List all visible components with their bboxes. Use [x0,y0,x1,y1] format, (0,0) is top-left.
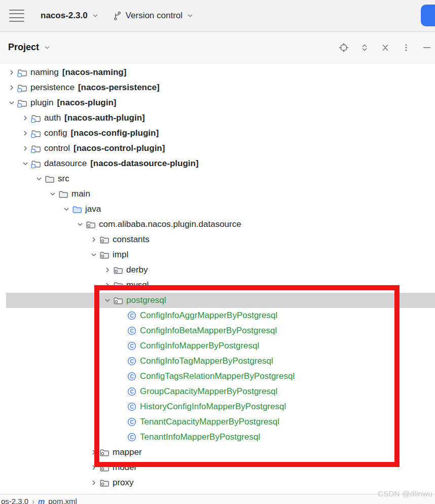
tree-item-label: GroupCapacityMapperByPostgresql [140,386,277,397]
module-folder-icon [17,67,30,77]
chevron-right-icon[interactable] [102,266,113,274]
chevron-right-icon[interactable] [88,449,99,456]
tree-indent [6,179,33,179]
svg-text:C: C [130,373,134,379]
breadcrumb-separator: › [32,497,34,504]
tree-item-module-suffix: [nacos-plugin] [57,98,116,108]
tree-row[interactable]: mapper [6,445,435,460]
tree-item-label: ConfigInfoTagMapperByPostgresql [140,356,273,366]
toolbar-blue-button[interactable] [421,5,435,26]
tree-indent [6,316,116,316]
tree-row[interactable]: naming[nacos-naming] [6,65,435,80]
chevron-down-icon[interactable] [75,221,86,228]
chevron-right-icon[interactable] [88,479,99,486]
chevron-down-icon[interactable] [6,99,17,106]
tree-row[interactable]: java [6,202,435,217]
project-widget[interactable]: nacos-2.3.0 [41,11,99,21]
chevron-down-icon[interactable] [61,206,72,213]
chevron-down-icon[interactable] [33,175,45,182]
project-tree: naming[nacos-naming]persistence[nacos-pe… [0,64,435,504]
tree-item-label: naming [30,67,59,77]
chevron-right-icon[interactable] [88,464,99,471]
vcs-widget[interactable]: Version control [113,11,194,21]
more-options-icon[interactable] [401,43,411,53]
tree-item-label: derby [126,265,148,275]
tree-indent [6,452,88,453]
tree-row[interactable]: proxy [6,475,435,490]
chevron-down-icon[interactable] [43,44,51,52]
panel-title: Project [8,42,39,53]
chevron-right-icon[interactable] [20,145,31,152]
package-icon [113,265,126,275]
tree-item-label: postgresql [126,295,166,305]
tree-row[interactable]: CConfigInfoTagMapperByPostgresql [6,354,435,369]
tree-item-module-suffix: [nacos-config-plugin] [70,128,159,138]
panel-toolbar [339,43,432,53]
main-menu-icon[interactable] [9,10,24,22]
tree-row[interactable]: com.alibaba.nacos.plugin.datasource [6,217,435,232]
tree-indent [6,422,116,422]
chevron-down-icon[interactable] [102,297,113,304]
git-branch-icon [113,11,122,21]
tree-indent [6,468,88,468]
package-icon [86,219,99,229]
tree-row[interactable]: model [6,460,435,475]
tree-row[interactable]: datasource[nacos-datasource-plugin] [6,156,435,171]
tree-row[interactable]: CConfigInfoMapperByPostgresql [6,338,435,354]
tree-row[interactable]: config[nacos-config-plugin] [6,126,435,141]
collapse-all-icon[interactable] [380,43,390,53]
chevron-right-icon[interactable] [6,84,17,91]
tree-row[interactable]: impl [6,247,435,262]
tree-item-module-suffix: [nacos-datasource-plugin] [90,159,198,169]
class-icon: C [127,432,140,442]
svg-text:C: C [130,358,134,364]
tree-indent [6,224,75,225]
tree-row[interactable]: postgresql [6,293,435,308]
expand-collapse-icon[interactable] [359,43,370,53]
tree-row[interactable]: CTenantInfoMapperByPostgresql [6,430,435,445]
chevron-right-icon[interactable] [102,282,113,289]
tree-item-module-suffix: [nacos-control-plugin] [74,143,165,153]
module-folder-icon [17,98,30,108]
tree-row[interactable]: src [6,171,435,186]
tree-row[interactable]: CHistoryConfigInfoMapperByPostgresql [6,399,435,414]
tree-indent [6,392,116,392]
tree-row[interactable]: CConfigTagsRelationMapperByPostgresql [6,369,435,384]
tree-row[interactable]: persistence[nacos-persistence] [6,80,435,95]
tree-item-label: HistoryConfigInfoMapperByPostgresql [140,402,286,412]
tree-row[interactable]: CConfigInfoBetaMapperByPostgresql [6,323,435,338]
tree-item-label: main [71,189,90,199]
tree-indent [6,118,20,119]
class-icon: C [127,311,140,321]
tree-row[interactable]: main [6,186,435,202]
chevron-right-icon[interactable] [20,114,31,122]
tree-indent [6,209,61,210]
chevron-down-icon[interactable] [47,190,58,198]
tree-row[interactable]: control[nacos-control-plugin] [6,141,435,156]
chevron-down-icon[interactable] [88,251,99,258]
tree-item-label: control [44,143,70,153]
tree-row[interactable]: CTenantCapacityMapperByPostgresql [6,414,435,430]
chevron-right-icon[interactable] [6,69,17,76]
tree-row[interactable]: CConfigInfoAggrMapperByPostgresql [6,308,435,323]
locate-file-icon[interactable] [339,43,349,53]
class-icon: C [127,356,140,366]
tree-item-label: model [113,462,136,473]
chevron-right-icon[interactable] [20,130,31,137]
chevron-down-icon[interactable] [20,160,31,167]
tree-row[interactable]: constants [6,232,435,247]
hide-panel-icon[interactable] [422,43,432,53]
tree-indent [6,361,116,362]
breadcrumb-project[interactable]: os-2.3.0 [1,497,28,504]
chevron-right-icon[interactable] [88,236,99,243]
tree-item-label: plugin [30,98,53,108]
breadcrumb-file[interactable]: pom.xml [48,497,77,504]
tree-row[interactable]: auth[nacos-auth-plugin] [6,110,435,126]
tree-item-label: src [58,174,69,184]
tree-row[interactable]: mysql [6,278,435,293]
tree-row[interactable]: derby [6,262,435,278]
svg-text:C: C [130,343,134,349]
tree-row[interactable]: CGroupCapacityMapperByPostgresql [6,384,435,399]
tree-row[interactable]: plugin[nacos-plugin] [6,95,435,110]
tree-indent [6,437,116,438]
